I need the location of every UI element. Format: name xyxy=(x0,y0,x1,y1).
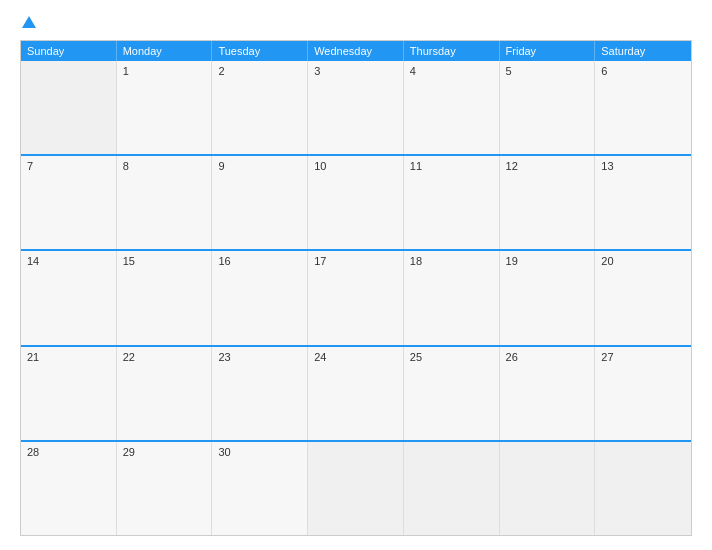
day-header-thursday: Thursday xyxy=(404,41,500,61)
day-cell: 9 xyxy=(212,156,308,249)
week-row-3: 14151617181920 xyxy=(21,249,691,344)
day-number: 2 xyxy=(218,65,301,77)
day-cell: 26 xyxy=(500,347,596,440)
day-number: 12 xyxy=(506,160,589,172)
day-cell: 16 xyxy=(212,251,308,344)
day-number: 10 xyxy=(314,160,397,172)
day-cell: 28 xyxy=(21,442,117,535)
day-cell: 12 xyxy=(500,156,596,249)
day-cell: 30 xyxy=(212,442,308,535)
weeks-container: 1234567891011121314151617181920212223242… xyxy=(21,61,691,535)
day-header-sunday: Sunday xyxy=(21,41,117,61)
day-cell xyxy=(595,442,691,535)
day-number: 24 xyxy=(314,351,397,363)
day-number: 21 xyxy=(27,351,110,363)
day-number: 15 xyxy=(123,255,206,267)
header xyxy=(20,18,692,30)
day-number: 22 xyxy=(123,351,206,363)
day-cell: 17 xyxy=(308,251,404,344)
day-cell xyxy=(308,442,404,535)
day-number: 16 xyxy=(218,255,301,267)
day-cell: 2 xyxy=(212,61,308,154)
day-cell: 4 xyxy=(404,61,500,154)
day-number: 26 xyxy=(506,351,589,363)
day-cell: 18 xyxy=(404,251,500,344)
day-cell: 1 xyxy=(117,61,213,154)
calendar-grid: SundayMondayTuesdayWednesdayThursdayFrid… xyxy=(20,40,692,536)
day-cell: 29 xyxy=(117,442,213,535)
day-cell: 7 xyxy=(21,156,117,249)
day-header-tuesday: Tuesday xyxy=(212,41,308,61)
day-cell: 11 xyxy=(404,156,500,249)
day-number: 17 xyxy=(314,255,397,267)
day-cell xyxy=(500,442,596,535)
day-number: 7 xyxy=(27,160,110,172)
day-number: 6 xyxy=(601,65,685,77)
week-row-2: 78910111213 xyxy=(21,154,691,249)
day-number: 5 xyxy=(506,65,589,77)
day-cell: 8 xyxy=(117,156,213,249)
day-cell: 21 xyxy=(21,347,117,440)
day-number: 25 xyxy=(410,351,493,363)
day-number: 28 xyxy=(27,446,110,458)
day-number: 19 xyxy=(506,255,589,267)
day-number: 8 xyxy=(123,160,206,172)
day-number: 9 xyxy=(218,160,301,172)
day-cell: 6 xyxy=(595,61,691,154)
day-cell: 22 xyxy=(117,347,213,440)
day-cell: 15 xyxy=(117,251,213,344)
day-number: 4 xyxy=(410,65,493,77)
calendar-page: SundayMondayTuesdayWednesdayThursdayFrid… xyxy=(0,0,712,550)
day-cell: 20 xyxy=(595,251,691,344)
day-cell: 23 xyxy=(212,347,308,440)
day-cell: 10 xyxy=(308,156,404,249)
day-cell xyxy=(404,442,500,535)
day-number: 14 xyxy=(27,255,110,267)
day-number: 11 xyxy=(410,160,493,172)
logo xyxy=(20,18,36,30)
day-number: 13 xyxy=(601,160,685,172)
day-header-wednesday: Wednesday xyxy=(308,41,404,61)
day-cell: 3 xyxy=(308,61,404,154)
day-headers-row: SundayMondayTuesdayWednesdayThursdayFrid… xyxy=(21,41,691,61)
day-number: 23 xyxy=(218,351,301,363)
day-number: 27 xyxy=(601,351,685,363)
day-number: 30 xyxy=(218,446,301,458)
day-cell: 14 xyxy=(21,251,117,344)
logo-triangle-icon xyxy=(22,16,36,28)
week-row-4: 21222324252627 xyxy=(21,345,691,440)
day-cell xyxy=(21,61,117,154)
day-cell: 25 xyxy=(404,347,500,440)
week-row-5: 282930 xyxy=(21,440,691,535)
day-cell: 24 xyxy=(308,347,404,440)
day-header-monday: Monday xyxy=(117,41,213,61)
day-cell: 27 xyxy=(595,347,691,440)
day-number: 3 xyxy=(314,65,397,77)
day-number: 1 xyxy=(123,65,206,77)
day-cell: 13 xyxy=(595,156,691,249)
day-header-saturday: Saturday xyxy=(595,41,691,61)
day-number: 18 xyxy=(410,255,493,267)
day-cell: 5 xyxy=(500,61,596,154)
day-number: 20 xyxy=(601,255,685,267)
day-number: 29 xyxy=(123,446,206,458)
day-cell: 19 xyxy=(500,251,596,344)
day-header-friday: Friday xyxy=(500,41,596,61)
week-row-1: 123456 xyxy=(21,61,691,154)
